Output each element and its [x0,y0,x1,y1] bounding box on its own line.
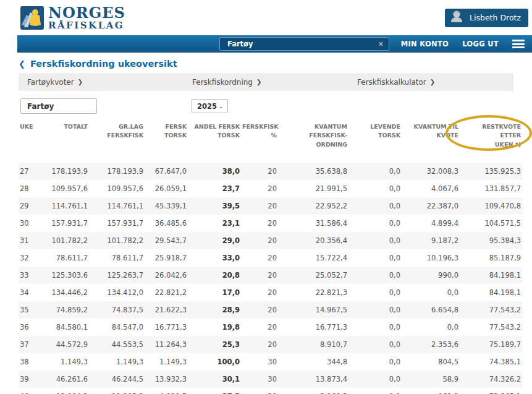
table-row: 381.149,31.149,31.149,3100,030344,80,080… [19,353,522,370]
table-cell: 4.899,4 [402,215,460,232]
table-cell: 20 [241,215,278,232]
breadcrumb[interactable]: ❮ Ferskfiskordning ukeoversikt [19,59,532,69]
table-cell: 95.384,3 [460,232,522,249]
col-kvantum-til-kvote: KVANTUM TIL KVOTE [402,120,460,163]
tab-fartoykvoter[interactable]: Fartøykvoter ❯ [19,73,184,91]
table-cell: 58,9 [402,370,460,388]
table-cell: 29.543,7 [145,232,188,249]
tab-ferskfiskkalkulator[interactable]: Ferskfiskkalkulator ❯ [348,73,513,91]
table-cell: 36 [19,319,40,336]
table-cell: 25.052,7 [278,267,348,284]
table-cell: 134.412,0 [89,284,145,301]
table-cell: 135.925,3 [460,163,522,180]
table-cell: 35 [19,301,40,319]
table-cell: 28 [19,180,40,197]
table-row: 31101.782,2101.782,229.543,729,02020.356… [19,232,522,249]
table-cell: 74.326,2 [460,370,522,388]
col-restkvote-etter-uken: RESTKVOTE ETTER UKEN *) [460,120,522,163]
back-chevron-icon[interactable]: ❮ [19,59,25,69]
table-cell: 25.918,7 [145,249,188,267]
table-cell: 84.198,1 [460,284,522,301]
table-cell: 100,0 [188,353,241,370]
table-cell: 20 [241,232,278,249]
logo[interactable]: NORGES RÅFISKLAG [20,6,125,30]
table-cell: 29 [19,197,40,215]
table-cell: 157.931,7 [89,215,145,232]
table-cell: 85.187,9 [460,249,522,267]
user-badge[interactable]: Lisbeth Drotz [445,9,528,27]
table-cell: 30,1 [188,370,241,388]
nav-link-logg-ut[interactable]: LOGG UT [462,40,499,48]
table-cell: 157.931,7 [40,215,89,232]
fisherman-avatar-icon [449,9,465,27]
table-cell: 0,0 [348,215,402,232]
chevron-right-icon: ❯ [78,79,83,85]
table-cell: 44.553,5 [89,336,145,353]
tab-label: Ferskfiskkalkulator [357,78,426,87]
col-fersk-torsk: FERSK TORSK [145,120,188,163]
table-row: 34134.446,2134.412,022.821,217,02022.821… [19,284,522,301]
table-cell: 109.470,8 [460,197,522,215]
table-cell: 0,0 [402,319,460,336]
table-cell: 39 [19,370,40,388]
table-cell: 0,0 [348,301,402,319]
table-cell: 73.365,1 [460,388,522,394]
top-header: NORGES RÅFISKLAG Lisbeth Drotz [0,0,532,35]
table-cell: 11.264,3 [145,336,188,353]
table-cell: 13.873,4 [278,370,348,388]
table-cell: 20 [241,301,278,319]
col-levende-torsk: LEVENDE TORSK [348,120,402,163]
table-cell: 45.339,1 [145,197,188,215]
table-cell: 131.857,7 [460,180,522,197]
table-cell: 44.572,9 [40,336,89,353]
search-clear-icon[interactable]: ✕ [378,40,384,48]
table-cell: 0,0 [348,353,402,370]
table-cell: 804,5 [402,353,460,370]
table-cell: 84.198,1 [460,267,522,284]
table-cell: 12.895,2 [89,388,145,394]
search-input[interactable] [227,40,374,48]
table-cell: 109.957,6 [40,180,89,197]
table-cell: 40 [19,388,40,394]
table-cell: 39,5 [188,197,241,215]
search-box[interactable]: ✕ [219,37,389,51]
table-cell: 33,0 [188,249,241,267]
table-cell: 0,0 [348,388,402,394]
table-cell: 34 [19,284,40,301]
main-navbar: ✕ HJEM MIN KONTO LOGG UT [17,35,532,53]
table-cell: 114.761,1 [40,197,89,215]
table-cell: 30 [241,388,278,394]
table-cell: 4.067,6 [402,180,460,197]
table-cell: 20.356,4 [278,232,348,249]
table-cell: 30 [241,353,278,370]
table-cell: 2.353,6 [402,336,460,353]
page-title[interactable]: Ferskfiskordning ukeoversikt [30,59,177,69]
fisherman-logo-icon [20,6,44,30]
table-cell: 1.149,3 [40,353,89,370]
table-cell: 0,0 [348,163,402,180]
page: NORGES RÅFISKLAG Lisbeth Drotz ✕ HJEM MI… [0,0,532,394]
table-row: 27178.193,9178.193,967.647,038,02035.638… [19,163,522,180]
fartoy-select[interactable]: Fartøy [20,98,97,114]
table-cell: 0,0 [348,336,402,353]
table-cell: 20 [241,284,278,301]
table-cell: 0,0 [348,180,402,197]
table-cell: 38 [19,353,40,370]
table-row: 30157.931,7157.931,736.485,623,12031.586… [19,215,522,232]
logo-line1: NORGES [48,6,125,20]
nav-link-min-konto[interactable]: MIN KONTO [401,40,449,48]
table-row: 3684.580,184.547,016.771,319,82016.771,3… [19,319,522,336]
table-cell: 23,7 [188,180,241,197]
table-cell: 36.485,6 [145,215,188,232]
col-grlag-ferskfisk: GR.LAG FERSKFISK [89,120,145,163]
table-cell: 84.547,0 [89,319,145,336]
table-cell: 990,0 [402,267,460,284]
table-cell: 0,0 [348,197,402,215]
hamburger-icon[interactable] [512,40,525,48]
table-cell: 29,0 [188,232,241,249]
tab-ferskfiskordning[interactable]: Ferskfiskordning ❯ [184,73,348,91]
year-select[interactable]: 2025 ⌄ [192,99,228,113]
tab-label: Ferskfiskordning [192,78,253,87]
col-andel-fersk-torsk: ANDEL FERSK TORSK [188,120,241,163]
table-cell: 19,8 [188,319,241,336]
